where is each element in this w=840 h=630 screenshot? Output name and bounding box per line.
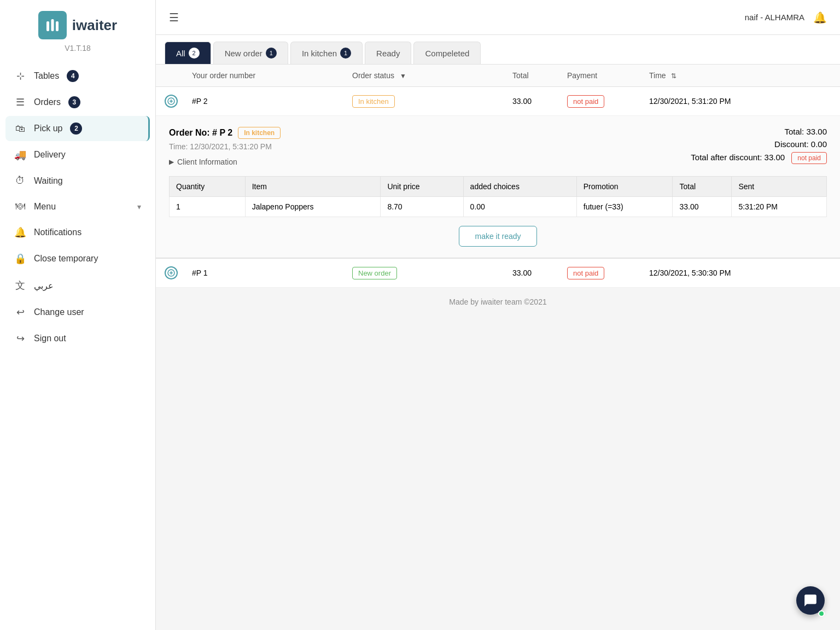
tab-in-kitchen-label: In kitchen <box>302 49 337 58</box>
menu-toggle-button[interactable]: ☰ <box>169 11 179 24</box>
filter-icon[interactable]: ▼ <box>400 72 406 80</box>
col-expand <box>165 71 192 80</box>
col-time: Time ⇅ <box>649 71 809 80</box>
app-name: iwaiter <box>72 17 117 34</box>
tab-ready-label: Ready <box>376 49 400 58</box>
item-quantity: 1 <box>170 197 246 217</box>
sidebar-item-orders[interactable]: ☰ Orders 3 <box>5 90 150 115</box>
client-info-button[interactable]: ▶ Client Information <box>169 158 281 166</box>
col-extra <box>809 71 831 80</box>
tab-completed[interactable]: Compeleted <box>413 42 481 64</box>
status-badge: In kitchen <box>352 95 395 108</box>
order-status-cell-p1: New order <box>352 267 512 279</box>
pickup-icon: 🛍 <box>14 123 26 135</box>
tab-all-label: All <box>176 49 185 58</box>
chevron-down-icon: ▾ <box>137 202 141 211</box>
order-number-cell: #P 2 <box>192 97 352 106</box>
logo-area: iwaiter <box>38 11 117 39</box>
item-promotion: futuer (=33) <box>576 197 673 217</box>
col-payment: Payment <box>567 71 649 80</box>
sidebar-item-delivery[interactable]: 🚚 Delivery <box>5 142 150 167</box>
nav-items: ⊹ Tables 4 ☰ Orders 3 🛍 Pick up 2 🚚 Deli… <box>0 63 155 352</box>
tables-icon: ⊹ <box>14 70 26 82</box>
item-sent: 5:31:20 PM <box>732 197 827 217</box>
th-added-choices: added choices <box>463 177 576 197</box>
th-unit-price: Unit price <box>381 177 463 197</box>
tab-new-order-label: New order <box>225 49 262 58</box>
arrow-right-icon: ▶ <box>169 158 174 166</box>
menu-label: Menu <box>34 202 56 212</box>
payment-badge-p1: not paid <box>567 267 604 279</box>
order-number-cell-p1: #P 1 <box>192 269 352 277</box>
tables-badge: 4 <box>67 70 79 82</box>
sidebar-item-waiting[interactable]: ⏱ Waiting <box>5 168 150 193</box>
delivery-icon: 🚚 <box>14 149 26 161</box>
order-row[interactable]: #P 2 In kitchen 33.00 not paid 12/30/202… <box>156 87 840 116</box>
payment-badge: not paid <box>567 95 604 108</box>
tab-new-order[interactable]: New order 1 <box>213 42 288 64</box>
svg-rect-1 <box>51 19 54 31</box>
sidebar-item-pickup[interactable]: 🛍 Pick up 2 <box>5 116 150 141</box>
items-table: Quantity Item Unit price added choices P… <box>169 176 827 217</box>
detail-status-badge: In kitchen <box>238 127 281 139</box>
content-area: All 2 New order 1 In kitchen 1 Ready Com… <box>156 35 840 630</box>
close-temp-label: Close temporary <box>34 254 98 264</box>
th-total: Total <box>673 177 732 197</box>
col-total: Total <box>512 71 567 80</box>
chat-online-indicator <box>818 610 825 617</box>
col-status: Order status ▼ <box>352 71 512 80</box>
header: ☰ naif - ALHAMRA 🔔 <box>156 0 840 35</box>
tables-label: Tables <box>34 71 59 81</box>
item-unit-price: 8.70 <box>381 197 463 217</box>
bell-icon[interactable]: 🔔 <box>813 11 827 24</box>
arabic-label: عربي <box>34 281 54 291</box>
sort-icon[interactable]: ⇅ <box>671 72 676 80</box>
orders-badge: 3 <box>68 96 80 108</box>
footer: Made by iwaiter team ©2021 <box>156 288 840 316</box>
order-row[interactable]: #P 1 New order 33.00 not paid 12/30/2021… <box>156 259 840 288</box>
order-total-cell-p1: 33.00 <box>512 269 567 277</box>
orders-label: Orders <box>34 97 61 107</box>
tabs-bar: All 2 New order 1 In kitchen 1 Ready Com… <box>156 35 840 65</box>
change-user-label: Change user <box>34 307 84 317</box>
header-left: ☰ <box>169 11 179 24</box>
sidebar-item-sign-out[interactable]: ↪ Sign out <box>5 326 150 351</box>
expand-button-p1[interactable] <box>165 266 192 279</box>
order-status-cell: In kitchen <box>352 95 512 108</box>
sidebar-item-menu[interactable]: 🍽 Menu ▾ <box>5 194 150 219</box>
arabic-icon: 文 <box>14 279 26 292</box>
th-sent: Sent <box>732 177 827 197</box>
sidebar-item-arabic[interactable]: 文 عربي <box>5 272 150 299</box>
item-row: 1 Jalapeno Poppers 8.70 0.00 futuer (=33… <box>170 197 827 217</box>
header-right: naif - ALHAMRA 🔔 <box>745 11 827 24</box>
sidebar-item-change-user[interactable]: ↩ Change user <box>5 300 150 325</box>
order-time-cell: 12/30/2021, 5:31:20 PM <box>649 97 809 106</box>
order-total-cell: 33.00 <box>512 97 567 106</box>
order-detail: Order No: # P 2 In kitchen Time: 12/30/2… <box>156 116 840 259</box>
status-badge-p1: New order <box>352 267 397 279</box>
sidebar-item-tables[interactable]: ⊹ Tables 4 <box>5 63 150 89</box>
tab-all[interactable]: All 2 <box>165 42 211 64</box>
waiting-label: Waiting <box>34 176 63 186</box>
pickup-badge: 2 <box>70 122 82 135</box>
app-version: V1.T.18 <box>65 44 90 52</box>
tab-in-kitchen[interactable]: In kitchen 1 <box>290 42 363 64</box>
main-area: ☰ naif - ALHAMRA 🔔 All 2 New order 1 In … <box>156 0 840 630</box>
sidebar: iwaiter V1.T.18 ⊹ Tables 4 ☰ Orders 3 🛍 … <box>0 0 156 630</box>
notifications-label: Notifications <box>34 228 81 237</box>
sign-out-label: Sign out <box>34 334 66 343</box>
order-time-cell-p1: 12/30/2021, 5:30:30 PM <box>649 269 809 277</box>
tab-ready[interactable]: Ready <box>365 42 411 64</box>
change-user-icon: ↩ <box>14 306 26 318</box>
svg-rect-0 <box>46 21 49 31</box>
expand-button[interactable] <box>165 95 192 108</box>
orders-section: Your order number Order status ▼ Total P… <box>156 65 840 288</box>
sidebar-item-notifications[interactable]: 🔔 Notifications <box>5 220 150 245</box>
menu-icon: 🍽 <box>14 201 26 212</box>
total-after-line: Total after discount: 33.00 not paid <box>691 152 827 164</box>
make-ready-button[interactable]: make it ready <box>459 226 536 247</box>
col-order-number: Your order number <box>192 71 352 80</box>
user-info: naif - ALHAMRA <box>745 13 804 22</box>
sidebar-item-close-temp[interactable]: 🔒 Close temporary <box>5 246 150 271</box>
waiting-icon: ⏱ <box>14 175 26 186</box>
